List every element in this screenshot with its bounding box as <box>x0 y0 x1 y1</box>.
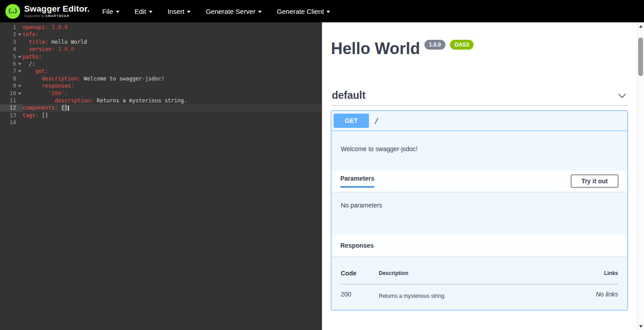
tab-parameters[interactable]: Parameters <box>340 175 374 188</box>
code-text: '200': <box>22 90 68 97</box>
supported-by-label: Supported by <box>24 14 44 17</box>
menu-insert[interactable]: Insert <box>168 8 191 15</box>
responses-body: Code Description Links 200Returns a myst… <box>331 256 627 310</box>
menu-label: Generate Server <box>206 8 255 15</box>
code-text: tags: [] <box>22 112 48 119</box>
responses-header-description: Description <box>379 265 564 284</box>
fold-arrow-icon[interactable] <box>18 34 21 36</box>
caret-down-icon <box>116 11 119 13</box>
caret-down-icon <box>258 11 262 13</box>
editor-line-14[interactable]: 14 <box>0 119 322 126</box>
menu-label: Generate Client <box>277 8 324 15</box>
code-text: responses: <box>22 82 74 89</box>
line-number: 4 <box>0 46 22 53</box>
opblock-get: GET / Welcome to swagger-jsdoc! Paramete… <box>331 110 628 310</box>
triangle-down-icon <box>639 325 643 328</box>
swagger-logo-icon: {…} <box>5 4 20 19</box>
fold-arrow-icon[interactable] <box>18 85 21 87</box>
response-links: No links <box>564 284 618 300</box>
version-badge: 1.0.0 <box>424 40 445 50</box>
code-text: title: Hello World <box>22 38 87 46</box>
code-text: openapi: 3.0.0 <box>22 24 68 31</box>
menu-bar: FileEditInsertGenerate ServerGenerate Cl… <box>102 8 330 15</box>
topbar: {…} Swagger Editor. Supported by SMARTBE… <box>0 0 644 22</box>
scroll-up-button[interactable] <box>637 22 644 30</box>
line-number: 1 <box>0 24 22 31</box>
line-number: 11 <box>0 97 22 104</box>
method-badge: GET <box>334 114 369 128</box>
line-number: 2 <box>0 31 22 38</box>
editor-line-3[interactable]: 3 title: Hello World <box>0 38 322 46</box>
editor-line-4[interactable]: 4 version: 1.0.0 <box>0 46 322 53</box>
editor-line-8[interactable]: 8 description: Welcome to swagger-jsdoc! <box>0 75 322 82</box>
code-text: info: <box>22 31 38 38</box>
brand-title: Swagger Editor. <box>24 4 90 13</box>
scrollbar-thumb[interactable] <box>638 38 643 76</box>
fold-arrow-icon[interactable] <box>18 56 21 58</box>
editor-line-6[interactable]: 6 /: <box>0 60 322 68</box>
swagger-ui-panel: Hello World 1.0.0 OAS3 default GET / Wel… <box>322 22 637 330</box>
menu-generate-server[interactable]: Generate Server <box>206 8 262 15</box>
opblock-summary[interactable]: GET / <box>331 111 627 131</box>
responses-header-links: Links <box>564 265 618 284</box>
response-row: 200Returns a mysterious string.No links <box>341 284 618 300</box>
responses-table: Code Description Links 200Returns a myst… <box>341 265 618 299</box>
operation-path: / <box>374 117 379 125</box>
try-it-out-button[interactable]: Try it out <box>571 174 619 188</box>
caret-down-icon <box>187 11 191 13</box>
editor-line-2[interactable]: 2info: <box>0 31 322 38</box>
editor-line-12[interactable]: 12components: {} <box>0 104 322 111</box>
parameters-section-header: Parameters Try it out <box>331 170 627 192</box>
menu-file[interactable]: File <box>102 8 119 15</box>
menu-label: Edit <box>135 8 146 15</box>
scrollbar[interactable] <box>637 22 644 330</box>
api-title-text: Hello World <box>331 39 420 58</box>
line-number: 13 <box>0 112 22 119</box>
menu-generate-client[interactable]: Generate Client <box>277 8 330 15</box>
editor-line-1[interactable]: 1openapi: 3.0.0 <box>0 24 322 31</box>
responses-title: Responses <box>340 242 374 249</box>
line-number: 12 <box>0 104 22 111</box>
caret-down-icon <box>149 11 153 13</box>
line-number: 6 <box>0 60 22 68</box>
chevron-down-icon[interactable] <box>617 91 627 101</box>
tag-section-header[interactable]: default <box>331 87 628 106</box>
code-text: description: Welcome to swagger-jsdoc! <box>22 75 165 82</box>
line-number: 10 <box>0 90 22 97</box>
brand-subtitle: Supported by SMARTBEAR <box>24 14 90 17</box>
line-number: 9 <box>0 82 22 89</box>
code-text: paths: <box>22 53 42 60</box>
oas3-badge: OAS3 <box>450 40 474 50</box>
fold-arrow-icon[interactable] <box>18 93 21 95</box>
menu-label: File <box>102 8 113 15</box>
yaml-editor[interactable]: 1openapi: 3.0.02info:3 title: Hello Worl… <box>0 22 322 330</box>
editor-line-11[interactable]: 11 description: Returns a mysterious str… <box>0 97 322 104</box>
menu-label: Insert <box>168 8 185 15</box>
fold-arrow-icon[interactable] <box>18 70 21 72</box>
line-number: 8 <box>0 75 22 82</box>
editor-line-10[interactable]: 10 '200': <box>0 90 322 97</box>
scroll-down-button[interactable] <box>637 322 644 330</box>
api-title: Hello World 1.0.0 OAS3 <box>331 39 628 58</box>
tag-name: default <box>332 89 365 102</box>
response-description: Returns a mysterious string. <box>379 284 564 300</box>
line-number: 5 <box>0 53 22 60</box>
line-number: 3 <box>0 38 22 46</box>
code-text: version: 1.0.0 <box>22 46 74 53</box>
responses-section-header: Responses <box>331 235 627 256</box>
code-text: components: {} <box>22 104 69 111</box>
code-text: get: <box>22 68 48 75</box>
brand-text: Swagger Editor. Supported by SMARTBEAR <box>24 4 90 17</box>
editor-line-5[interactable]: 5paths: <box>0 53 322 60</box>
smartbear-label: SMARTBEAR <box>46 14 70 17</box>
editor-line-7[interactable]: 7 get: <box>0 68 322 75</box>
operation-description: Welcome to swagger-jsdoc! <box>331 131 627 170</box>
editor-line-13[interactable]: 13tags: [] <box>0 112 322 119</box>
editor-line-9[interactable]: 9 responses: <box>0 82 322 89</box>
line-number: 14 <box>0 119 22 126</box>
menu-edit[interactable]: Edit <box>135 8 153 15</box>
brand[interactable]: {…} Swagger Editor. Supported by SMARTBE… <box>5 4 90 19</box>
responses-header-code: Code <box>341 265 379 284</box>
fold-arrow-icon[interactable] <box>18 63 21 65</box>
code-text: /: <box>22 60 35 68</box>
